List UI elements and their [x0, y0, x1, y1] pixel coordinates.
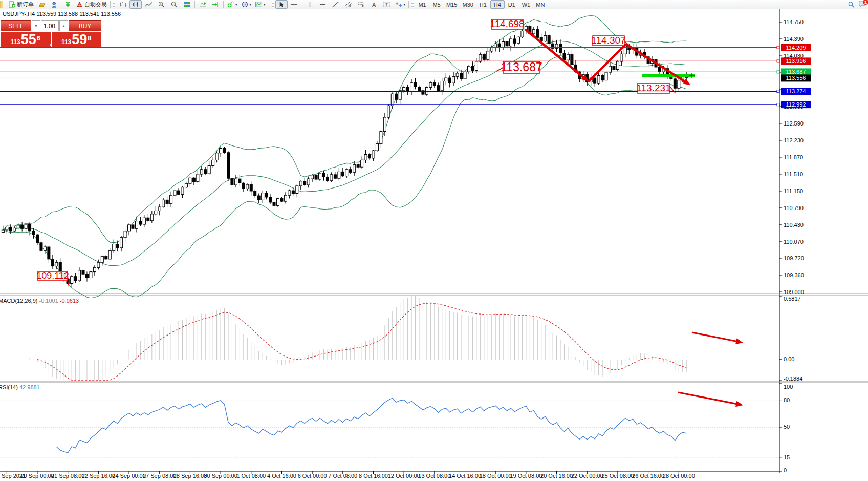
svg-text:28 Oct 00:00: 28 Oct 00:00 [663, 473, 695, 479]
svg-text:110.790: 110.790 [784, 205, 804, 211]
svg-text:100: 100 [784, 384, 793, 390]
svg-text:80: 80 [784, 397, 790, 403]
sell-button[interactable]: SELL [1, 20, 31, 31]
svg-text:20 Oct 16:00: 20 Oct 16:00 [540, 473, 573, 479]
svg-text:113.231: 113.231 [636, 82, 670, 93]
sell-price-pip: 6 [37, 31, 40, 46]
svg-text:27 Sep 08:00: 27 Sep 08:00 [143, 473, 176, 479]
buy-button[interactable]: BUY [69, 20, 101, 31]
svg-text:111.150: 111.150 [784, 188, 803, 194]
svg-text:26 Oct 16:00: 26 Oct 16:00 [632, 473, 664, 479]
sell-price-big: 55 [21, 33, 36, 46]
volume-decrease-spinner[interactable]: ▼ [32, 20, 40, 31]
annotation-label-114.307: 114.307 [591, 35, 628, 46]
svg-text:113.687: 113.687 [501, 60, 542, 74]
annotation-label-113.687: 113.687 [496, 60, 542, 74]
svg-text:20 Sep 00:00: 20 Sep 00:00 [20, 473, 54, 479]
rsi-label: RSI(14) 42.9881 [0, 384, 40, 390]
highlight-green-bar [642, 74, 695, 77]
svg-text:112.590: 112.590 [784, 120, 804, 127]
svg-text:13 Oct 08:00: 13 Oct 08:00 [418, 473, 450, 479]
svg-text:1 Oct 08:00: 1 Oct 08:00 [236, 473, 266, 479]
price-badge-112.992: 112.992 [777, 101, 811, 108]
price-badge-113.916: 113.916 [777, 57, 811, 65]
svg-text:30 Sep 00:00: 30 Sep 00:00 [204, 473, 237, 479]
svg-text:50: 50 [784, 424, 790, 430]
svg-text:113.687: 113.687 [786, 69, 806, 75]
price-badge-114.209: 114.209 [777, 44, 811, 51]
buy-price-pip: 8 [88, 31, 91, 46]
svg-text:112.992: 112.992 [786, 101, 806, 108]
svg-text:28 Sep 16:00: 28 Sep 16:00 [173, 473, 207, 479]
sell-price-panel[interactable]: 113 55 6 [1, 32, 51, 47]
buy-price-big: 59 [72, 33, 87, 46]
svg-text:113.556: 113.556 [786, 75, 806, 81]
annotation-label-113.231: 113.231 [636, 82, 675, 93]
svg-text:22 Oct 00:00: 22 Oct 00:00 [571, 473, 603, 479]
svg-text:114.209: 114.209 [786, 45, 806, 51]
svg-text:-0.1884: -0.1884 [784, 375, 802, 382]
price-badge-113.556: 113.556 [781, 74, 811, 81]
svg-text:25 Oct 08:00: 25 Oct 08:00 [601, 473, 634, 479]
svg-text:114.390: 114.390 [784, 36, 804, 42]
svg-text:109.112: 109.112 [36, 270, 69, 281]
buy-price-panel[interactable]: 113 59 8 [52, 32, 102, 47]
svg-text:21 Sep 08:00: 21 Sep 08:00 [51, 473, 84, 479]
mt4-window: 新订单 自动交易 [0, 0, 868, 481]
svg-text:0.5817: 0.5817 [784, 296, 801, 302]
svg-text:110.430: 110.430 [784, 222, 804, 228]
svg-text:111.870: 111.870 [784, 154, 803, 160]
svg-text:4 Oct 16:00: 4 Oct 16:00 [267, 473, 296, 479]
svg-text:112.230: 112.230 [784, 137, 804, 143]
volume-input[interactable]: 1.00 [41, 20, 59, 31]
svg-text:24 Sep 00:00: 24 Sep 00:00 [112, 473, 145, 479]
price-badge-113.687: 113.687 [777, 68, 811, 75]
svg-text:109.720: 109.720 [784, 255, 804, 261]
buy-price-prefix: 113 [61, 38, 71, 46]
volume-increase-spinner[interactable]: ▲ [59, 20, 68, 31]
svg-text:8 Oct 16:00: 8 Oct 16:00 [359, 473, 388, 479]
spread-diamond-icon: ◆ [50, 43, 52, 46]
svg-text:109.360: 109.360 [784, 272, 804, 278]
svg-text:12 Oct 00:00: 12 Oct 00:00 [388, 473, 420, 479]
svg-text:15: 15 [784, 454, 790, 461]
svg-text:113.274: 113.274 [786, 88, 806, 94]
svg-text:111.510: 111.510 [784, 171, 803, 177]
svg-text:14 Oct 16:00: 14 Oct 16:00 [449, 473, 481, 479]
svg-text:18 Oct 00:00: 18 Oct 00:00 [480, 473, 512, 479]
svg-text:19 Oct 08:00: 19 Oct 08:00 [510, 473, 542, 479]
price-badge-113.274: 113.274 [777, 88, 811, 95]
svg-text:114.698: 114.698 [490, 18, 524, 29]
svg-text:109.000: 109.000 [784, 289, 804, 295]
svg-text:114.307: 114.307 [591, 35, 625, 46]
svg-text:7 Oct 08:00: 7 Oct 08:00 [328, 473, 357, 479]
svg-text:110.070: 110.070 [784, 239, 804, 245]
sell-price-prefix: 113 [10, 38, 20, 46]
svg-text:113.916: 113.916 [786, 58, 806, 64]
chart-canvas[interactable]: 114.750114.390114.030113.670113.310112.9… [0, 0, 868, 481]
macd-label: MACD(12,26,9) -0.1001 -0.0613 [0, 298, 79, 304]
svg-text:114.750: 114.750 [784, 19, 804, 25]
svg-text:6 Oct 00:00: 6 Oct 00:00 [298, 473, 327, 479]
one-click-trading-widget: SELL ▼ 1.00 ▲ BUY 113 55 6 113 59 8 ◆ [1, 20, 101, 47]
chart-title: USDJPY-,H4 113.559 113.588 113.541 113.5… [3, 11, 121, 17]
annotation-label-114.698: 114.698 [490, 18, 524, 29]
svg-text:0: 0 [784, 467, 787, 473]
svg-text:22 Sep 16:00: 22 Sep 16:00 [82, 473, 115, 479]
svg-text:0.00: 0.00 [784, 356, 794, 362]
